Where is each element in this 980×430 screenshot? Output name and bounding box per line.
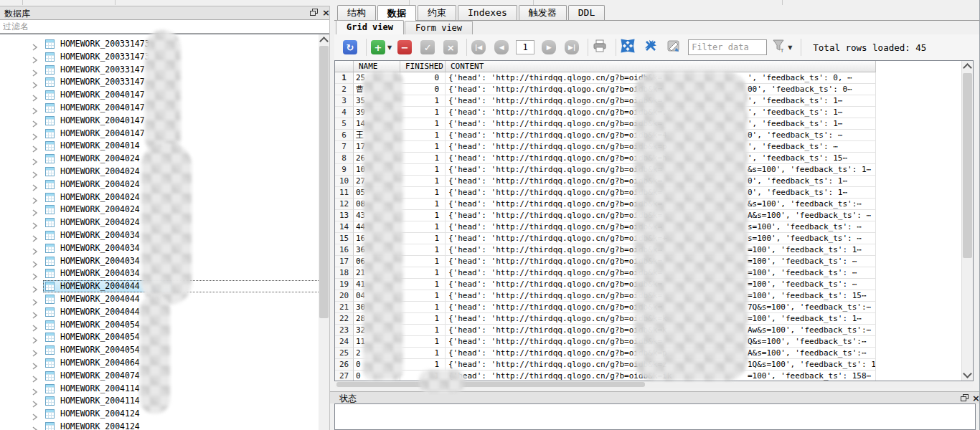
chevron-right-icon[interactable] <box>32 168 39 176</box>
next-page-icon[interactable]: ▶ <box>542 40 556 54</box>
panel-splitter[interactable] <box>329 6 334 430</box>
row-number[interactable]: 8 <box>335 153 354 164</box>
fit-rows-icon[interactable] <box>644 39 658 56</box>
commit-changes-icon[interactable]: ✓ <box>420 40 435 54</box>
chevron-right-icon[interactable] <box>32 130 39 138</box>
chevron-right-icon[interactable] <box>32 411 39 418</box>
tab[interactable]: 结构 <box>337 5 376 20</box>
column-header-name[interactable]: NAME <box>354 61 400 72</box>
grid-row[interactable]: 13 43 1 {'head': 'http://thirdqq.qlogo.c… <box>335 210 876 221</box>
grid-row[interactable]: 24 11 1 {'head': 'http://thirdqq.qlogo.c… <box>335 336 876 348</box>
cell-finished[interactable]: 1 <box>400 359 446 371</box>
row-number[interactable]: 1 <box>335 72 354 84</box>
tab[interactable]: DDL <box>568 5 605 20</box>
clear-filter-icon[interactable] <box>666 39 681 56</box>
chevron-right-icon[interactable] <box>32 105 39 112</box>
cell-finished[interactable]: 1 <box>400 290 446 302</box>
grid-row[interactable]: 21 30 1 {'head': 'http://thirdqq.qlogo.c… <box>335 302 876 313</box>
row-number[interactable]: 15 <box>335 233 354 244</box>
row-number[interactable]: 23 <box>335 325 354 336</box>
float-panel-icon[interactable] <box>959 393 970 404</box>
chevron-right-icon[interactable] <box>32 206 39 214</box>
row-number[interactable]: 16 <box>335 244 354 256</box>
grid-hscrollbar-thumb[interactable] <box>336 382 645 387</box>
chevron-right-icon[interactable] <box>32 143 39 150</box>
grid-row[interactable]: 18 21 1 {'head': 'http://thirdqq.qlogo.c… <box>335 267 876 279</box>
row-number[interactable]: 22 <box>335 313 354 325</box>
last-page-icon[interactable]: ▶| <box>565 40 579 54</box>
tab[interactable]: 触发器 <box>519 5 567 20</box>
row-number[interactable]: 25 <box>335 348 354 359</box>
cell-finished[interactable]: 1 <box>400 325 446 336</box>
cell-finished[interactable]: 1 <box>400 187 446 199</box>
row-number[interactable]: 4 <box>335 107 354 118</box>
tree-scrollbar[interactable] <box>319 34 329 430</box>
scroll-up-icon[interactable] <box>319 34 329 45</box>
insert-row-dropdown-icon[interactable]: ▼ <box>387 44 392 51</box>
grid-row[interactable]: 20 04 1 {'head': 'http://thirdqq.qlogo.c… <box>335 290 876 302</box>
grid-row[interactable]: 27 0 1 {'head': 'http://thirdqq.qlogo.cn… <box>335 371 876 381</box>
chevron-right-icon[interactable] <box>32 118 39 125</box>
cell-finished[interactable]: 1 <box>400 95 446 107</box>
chevron-right-icon[interactable] <box>32 232 39 239</box>
view-tab[interactable]: Form view <box>405 21 473 34</box>
cell-finished[interactable]: 1 <box>400 244 446 256</box>
tree-scrollbar-thumb[interactable] <box>319 46 329 318</box>
row-number[interactable]: 7 <box>335 141 354 153</box>
grid-corner[interactable] <box>335 61 354 72</box>
grid-row[interactable]: 26 0 1 {'head': 'http://thirdqq.qlogo.cn… <box>335 359 876 371</box>
grid-row[interactable]: 1 25 0 {'head': 'http://thirdqq.qlogo.cn… <box>335 72 876 84</box>
cell-finished[interactable]: 1 <box>400 153 446 164</box>
cell-finished[interactable]: 1 <box>400 267 446 279</box>
column-header-content[interactable]: CONTENT <box>446 61 876 72</box>
grid-row[interactable]: 17 06 1 {'head': 'http://thirdqq.qlogo.c… <box>335 256 876 267</box>
grid-row[interactable]: 6 王 1 {'head': 'http://thirdqq.qlogo.cn/… <box>335 130 876 141</box>
chevron-right-icon[interactable] <box>32 373 39 380</box>
first-page-icon[interactable]: |◀ <box>471 40 486 54</box>
cell-finished[interactable]: 1 <box>400 164 446 176</box>
row-number[interactable]: 10 <box>335 176 354 187</box>
cell-finished[interactable]: 1 <box>400 233 446 244</box>
grid-row[interactable]: 2 曹 0 {'head': 'http://thirdqq.qlogo.cn/… <box>335 84 876 95</box>
close-panel-icon[interactable]: × <box>971 393 980 404</box>
row-number[interactable]: 6 <box>335 130 354 141</box>
filter-mode-dropdown-icon[interactable]: ▼ <box>788 44 792 51</box>
grid-row[interactable]: 12 08 1 {'head': 'http://thirdqq.qlogo.c… <box>335 199 876 210</box>
cell-finished[interactable]: 1 <box>400 141 446 153</box>
chevron-right-icon[interactable] <box>32 424 39 430</box>
row-number[interactable]: 24 <box>335 336 354 348</box>
cell-finished[interactable]: 0 <box>400 72 446 84</box>
row-number[interactable]: 20 <box>335 290 354 302</box>
insert-row-icon[interactable]: + <box>371 40 385 54</box>
cell-finished[interactable]: 0 <box>400 84 446 95</box>
tree-item-table[interactable]: HOMEWORK_2004124 <box>0 421 330 430</box>
grid-row[interactable]: 14 44 1 {'head': 'http://thirdqq.qlogo.c… <box>335 221 876 233</box>
grid-row[interactable]: 10 27 1 {'head': 'http://thirdqq.qlogo.c… <box>335 176 876 187</box>
row-number[interactable]: 11 <box>335 187 354 199</box>
fit-columns-icon[interactable] <box>621 39 635 56</box>
column-header-finished[interactable]: FINISHED <box>400 61 446 72</box>
tab[interactable]: 数据 <box>377 5 416 21</box>
chevron-right-icon[interactable] <box>32 258 39 265</box>
row-number[interactable]: 3 <box>335 95 354 107</box>
tab[interactable]: Indexes <box>458 5 517 20</box>
page-indicator[interactable]: 1 <box>516 40 534 54</box>
rollback-changes-icon[interactable]: × <box>443 40 458 54</box>
chevron-right-icon[interactable] <box>32 360 39 367</box>
grid-row[interactable]: 15 16 1 {'head': 'http://thirdqq.qlogo.c… <box>335 233 876 244</box>
grid-row[interactable]: 19 41 1 {'head': 'http://thirdqq.qlogo.c… <box>335 279 876 290</box>
float-panel-icon[interactable] <box>308 8 319 19</box>
cell-finished[interactable]: 1 <box>400 107 446 118</box>
chevron-right-icon[interactable] <box>32 92 39 99</box>
grid-scrollbar-thumb[interactable] <box>963 73 972 258</box>
grid-row[interactable]: 25 2 1 {'head': 'http://thirdqq.qlogo.cn… <box>335 348 876 359</box>
cell-finished[interactable]: 1 <box>400 118 446 130</box>
row-number[interactable]: 13 <box>335 210 354 221</box>
chevron-right-icon[interactable] <box>32 245 39 252</box>
row-number[interactable]: 21 <box>335 302 354 313</box>
chevron-right-icon[interactable] <box>32 181 39 188</box>
chevron-right-icon[interactable] <box>32 334 39 341</box>
row-number[interactable]: 26 <box>335 359 354 371</box>
row-number[interactable]: 9 <box>335 164 354 176</box>
grid-row[interactable]: 9 10 1 {'head': 'http://thirdqq.qlogo.cn… <box>335 164 876 176</box>
